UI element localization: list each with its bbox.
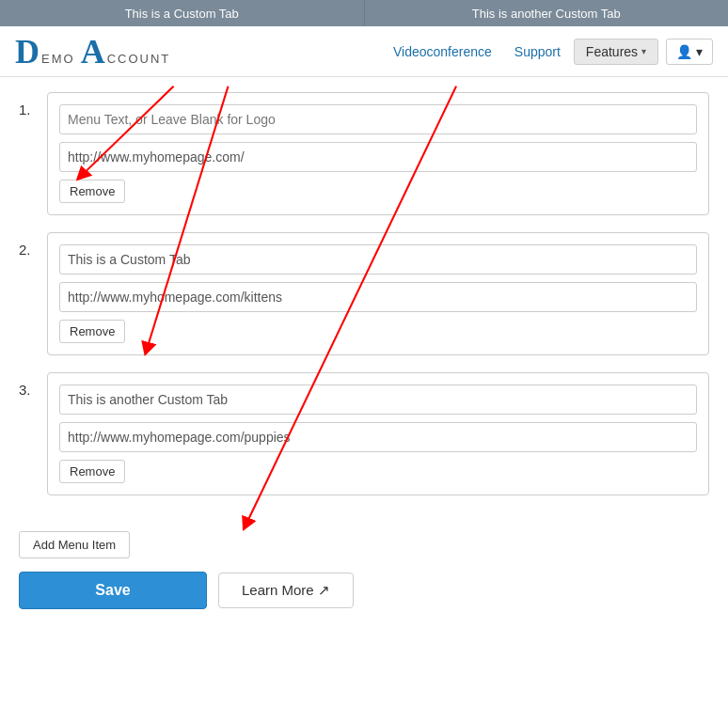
action-row: Save Learn More ↗ (19, 572, 709, 609)
custom-tab-1[interactable]: This is a Custom Tab (0, 0, 365, 26)
logo-d: D (15, 35, 40, 69)
nav-link-support[interactable]: Support (505, 39, 570, 65)
remove-button-3[interactable]: Remove (59, 460, 125, 483)
custom-tab-1-label: This is a Custom Tab (125, 7, 239, 21)
save-button[interactable]: Save (19, 572, 207, 609)
features-button[interactable]: Features ▾ (574, 39, 658, 65)
item-fields-1: Remove (47, 92, 709, 215)
menu-item-1: 1. Remove (19, 92, 709, 215)
custom-tab-2[interactable]: This is another Custom Tab (365, 0, 729, 26)
remove-button-2[interactable]: Remove (59, 320, 125, 343)
item-number-2: 2. (19, 232, 47, 258)
menu-item-2: 2. Remove (19, 232, 709, 355)
menu-url-input-1[interactable] (59, 142, 697, 172)
user-icon: 👤 ▾ (676, 44, 703, 59)
main-content: 1. Remove 2. Remove 3. Remove (0, 77, 728, 531)
user-menu-button[interactable]: 👤 ▾ (666, 39, 713, 65)
logo: D EMO A CCOUNT (15, 35, 384, 69)
menu-url-input-2[interactable] (59, 282, 697, 312)
custom-tab-bar: This is a Custom Tab This is another Cus… (0, 0, 728, 26)
nav-links: Videoconference Support Features ▾ 👤 ▾ (384, 39, 713, 65)
features-label: Features (586, 44, 638, 59)
menu-text-input-3[interactable] (59, 385, 697, 415)
item-number-1: 1. (19, 92, 47, 118)
custom-tab-2-label: This is another Custom Tab (472, 7, 621, 21)
item-fields-2: Remove (47, 232, 709, 355)
remove-button-1[interactable]: Remove (59, 180, 125, 203)
navbar: D EMO A CCOUNT Videoconference Support F… (0, 26, 728, 77)
bottom-actions: Add Menu Item Save Learn More ↗ (0, 531, 728, 628)
menu-url-input-3[interactable] (59, 422, 697, 452)
menu-text-input-1[interactable] (59, 104, 697, 134)
logo-ccount: CCOUNT (107, 52, 171, 66)
nav-link-videoconference[interactable]: Videoconference (384, 39, 501, 65)
logo-a: A (81, 35, 105, 69)
item-fields-3: Remove (47, 372, 709, 495)
item-number-3: 3. (19, 372, 47, 398)
logo-emo: EMO (41, 52, 75, 66)
learn-more-button[interactable]: Learn More ↗ (218, 573, 354, 608)
menu-item-3: 3. Remove (19, 372, 709, 495)
add-menu-item-button[interactable]: Add Menu Item (19, 531, 130, 558)
menu-text-input-2[interactable] (59, 244, 697, 275)
features-caret-icon: ▾ (641, 46, 646, 56)
